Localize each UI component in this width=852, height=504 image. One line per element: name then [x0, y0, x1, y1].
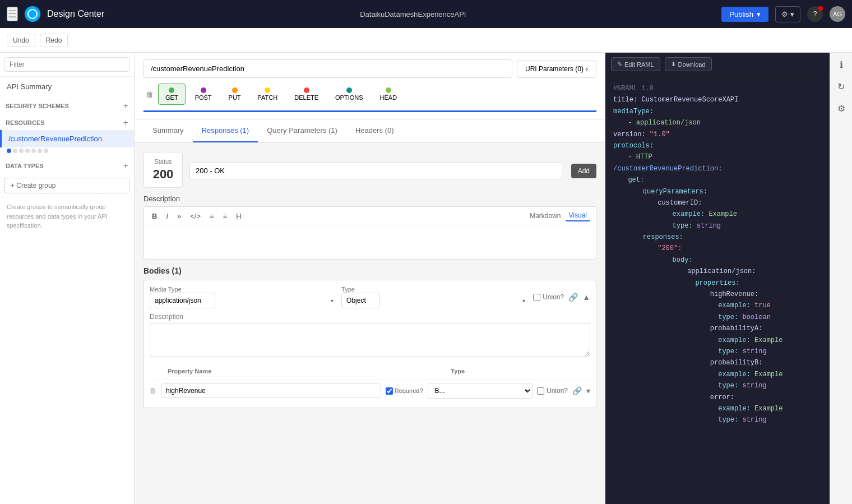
method-patch-button[interactable]: PATCH	[251, 84, 285, 105]
ordered-list-button[interactable]: ≡	[207, 211, 216, 221]
add-data-type-button[interactable]: +	[123, 161, 128, 171]
add-response-button[interactable]: Add	[571, 164, 596, 178]
methods-bar: URI Parameters (0) › 🗑 GET POST PUT	[135, 53, 605, 119]
property-union-checkbox[interactable]	[537, 387, 544, 395]
edit-raml-icon: ✎	[617, 61, 622, 68]
raml-panel: ✎ Edit RAML ⬇ Download #%RAML 1.0title: …	[605, 53, 830, 504]
filter-input[interactable]	[4, 57, 129, 72]
tab-content-responses: Status 200 200 - OK Add Description	[135, 143, 605, 504]
refresh-icon-button[interactable]: ↻	[835, 79, 847, 94]
heading-button[interactable]: H	[234, 211, 243, 221]
visual-mode-button[interactable]: Visual	[566, 210, 590, 221]
bodies-title: Bodies (1)	[143, 266, 596, 275]
uri-params-button[interactable]: URI Parameters (0) ›	[517, 60, 596, 78]
publish-button[interactable]: Publish ▾	[721, 7, 768, 22]
tab-summary[interactable]: Summary	[143, 119, 193, 142]
body-item: Media Type application/json ▾ Type	[143, 280, 596, 408]
status-select[interactable]: 200 - OK	[189, 162, 562, 179]
tabs-row: Summary Responses (1) Query Parameters (…	[135, 119, 605, 143]
head-dot	[386, 87, 391, 93]
property-type-col-header: Type	[451, 368, 590, 374]
tab-responses[interactable]: Responses (1)	[193, 119, 258, 142]
sidebar-helper-text: Create groups to semantically group reso…	[0, 198, 134, 235]
property-union-check: Union?	[537, 387, 568, 395]
method-delete-button[interactable]: DELETE	[287, 84, 326, 105]
sidebar-item-api-summary[interactable]: API Summary	[0, 77, 134, 96]
property-name-col-header: Property Name	[168, 368, 446, 374]
info-icon-button[interactable]: ℹ	[837, 57, 845, 72]
method-head-button[interactable]: HEAD	[373, 84, 405, 105]
add-security-scheme-button[interactable]: +	[123, 101, 128, 111]
svg-point-1	[30, 12, 35, 16]
raml-toolbar: ✎ Edit RAML ⬇ Download	[605, 53, 830, 76]
code-button[interactable]: </>	[188, 211, 203, 221]
bodies-section: Bodies (1) Media Type application/json ▾	[143, 266, 596, 408]
method-options-button[interactable]: OPTIONS	[328, 84, 371, 105]
rich-toolbar: B I » </> ≡ ≡ H Markdown Visual	[144, 207, 596, 225]
redo-button[interactable]: Redo	[40, 34, 68, 47]
body-header-row: Media Type application/json ▾ Type	[150, 286, 590, 308]
settings-button[interactable]: ⚙ ▾	[775, 6, 800, 22]
union-check: Union?	[533, 293, 564, 301]
download-raml-button[interactable]: ⬇ Download	[665, 57, 712, 71]
method-put-button[interactable]: PUT	[221, 84, 248, 105]
dot-2	[13, 149, 17, 153]
undo-button[interactable]: Undo	[7, 34, 35, 47]
method-post-button[interactable]: POST	[188, 84, 219, 105]
body-type-select[interactable]: Object	[341, 293, 380, 308]
document-title: DataikuDatameshExperienceAPI	[360, 10, 466, 19]
description-label: Description	[143, 195, 596, 203]
hamburger-menu-icon[interactable]: ☰	[7, 7, 18, 21]
sidebar-item-customer-revenue[interactable]: /customerRevenuePrediction	[0, 130, 134, 147]
help-button[interactable]: ?	[807, 6, 823, 22]
resource-dots	[0, 147, 134, 156]
filter-section	[0, 53, 134, 77]
property-link-icon[interactable]: 🔗	[572, 386, 582, 395]
download-icon: ⬇	[671, 61, 676, 68]
edit-raml-button[interactable]: ✎ Edit RAML	[611, 57, 660, 71]
tab-query-params[interactable]: Query Parameters (1)	[258, 119, 346, 142]
description-section: Description B I » </> ≡ ≡ H Markdown Vis…	[143, 195, 596, 260]
post-dot	[201, 87, 206, 93]
media-type-select[interactable]: application/json	[150, 293, 215, 308]
delete-property-button[interactable]: 🗑	[150, 387, 156, 395]
media-type-label: Media Type	[150, 286, 337, 293]
method-get-button[interactable]: GET	[158, 84, 186, 105]
delete-resource-button[interactable]: 🗑	[143, 87, 156, 101]
sidebar-section-resources[interactable]: RESOURCES +	[0, 113, 134, 130]
sidebar-section-security[interactable]: SECURITY SCHEMES +	[0, 96, 134, 113]
markdown-mode-button[interactable]: Markdown	[526, 210, 564, 221]
required-checkbox[interactable]	[386, 387, 393, 395]
avatar[interactable]: AG	[830, 6, 845, 22]
collapse-property-button[interactable]: ▾	[586, 386, 590, 395]
editor-mode-toggle: Markdown Visual	[526, 210, 590, 221]
delete-dot	[304, 87, 309, 93]
property-header-row: Property Name Type	[150, 363, 590, 379]
tab-headers[interactable]: Headers (0)	[346, 119, 403, 142]
rich-editor-body[interactable]	[144, 225, 596, 259]
italic-button[interactable]: I	[164, 211, 170, 221]
add-resource-button[interactable]: +	[123, 118, 128, 128]
path-input[interactable]	[143, 59, 512, 78]
body-link-icon[interactable]: 🔗	[568, 293, 578, 302]
right-side-icons: ℹ ↻ ⚙	[830, 53, 852, 504]
body-description-textarea[interactable]	[150, 323, 590, 357]
get-dot	[169, 87, 174, 93]
patch-dot	[265, 87, 270, 93]
quote-button[interactable]: »	[175, 211, 183, 221]
create-group-button[interactable]: + Create group	[4, 178, 129, 193]
sidebar-section-data-types[interactable]: DATA TYPES +	[0, 156, 134, 173]
toolbar: Undo Redo	[0, 28, 852, 53]
dot-7	[44, 149, 48, 153]
bold-button[interactable]: B	[150, 211, 159, 221]
property-name-input[interactable]	[161, 383, 381, 398]
collapse-body-button[interactable]: ▲	[582, 293, 590, 302]
method-divider	[143, 110, 596, 112]
unordered-list-button[interactable]: ≡	[221, 211, 230, 221]
center-panel: URI Parameters (0) › 🗑 GET POST PUT	[135, 53, 605, 504]
dot-5	[31, 149, 36, 153]
body-description-label: Description	[150, 313, 590, 321]
property-type-select[interactable]: B...	[428, 383, 532, 399]
settings-icon-button[interactable]: ⚙	[835, 101, 848, 116]
union-checkbox[interactable]	[533, 294, 540, 301]
